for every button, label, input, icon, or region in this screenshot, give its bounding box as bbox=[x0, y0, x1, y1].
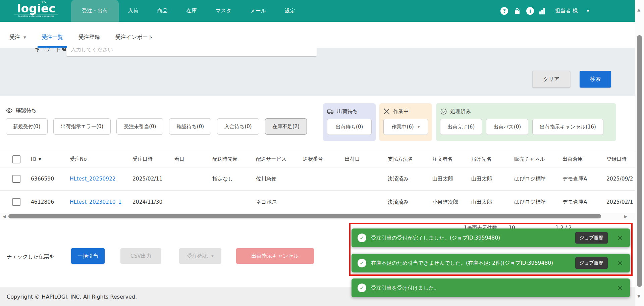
column-header-tracking-no[interactable]: 送状番号 bbox=[300, 156, 340, 162]
scroll-up-icon[interactable]: ▲ bbox=[637, 7, 640, 12]
check-circle-icon bbox=[440, 108, 447, 115]
eye-icon bbox=[6, 107, 13, 114]
csv-export-button[interactable]: CSV出力 bbox=[120, 248, 161, 264]
filter-buttons: 新規受付(0) 出荷指示エラー(0) 受注未引当(0) 確認待ち(0) 入金待ち… bbox=[6, 118, 307, 135]
column-header-delivery-time[interactable]: 配送時間帯 bbox=[210, 156, 253, 162]
vertical-scrollbar: ▲ ▼ bbox=[635, 0, 644, 306]
vertical-scroll-thumb[interactable] bbox=[637, 35, 642, 287]
filter-button-new[interactable]: 新規受付(0) bbox=[6, 118, 48, 135]
nav-item-settings[interactable]: 設定 bbox=[275, 0, 305, 22]
top-navbar: logiec logistics enterprise connector 受注… bbox=[0, 0, 644, 22]
select-all-checkbox[interactable] bbox=[12, 155, 20, 163]
filter-button-unallocated[interactable]: 受注未引当(0) bbox=[116, 118, 163, 135]
toast-stock-shortage: ✓ 在庫不足のため引当できませんでした。(在庫不足: 2件)(ジョブID:395… bbox=[352, 254, 630, 272]
help-icon[interactable]: ? bbox=[500, 7, 508, 15]
scroll-right-icon[interactable]: ▶ bbox=[624, 214, 627, 219]
column-header-order-no[interactable]: 受注No bbox=[65, 156, 127, 162]
column-header-order-date[interactable]: 受注日時 bbox=[127, 156, 169, 162]
sort-desc-icon: ▼ bbox=[39, 157, 41, 161]
filter-group-processed: 処理済み 出荷完了(6) 出荷パス(0) 出荷指示キャンセル(16) bbox=[436, 103, 616, 141]
cell-channel: はぴロジ標準 bbox=[512, 175, 558, 183]
column-header-ship-date[interactable]: 出荷日 bbox=[340, 156, 384, 162]
tab-order-import[interactable]: 受注インポート bbox=[115, 27, 154, 48]
table-header: ID ▼ 受注No 受注日時 着日 配送時間帯 配送サービス 送状番号 出荷日 … bbox=[0, 151, 644, 167]
column-header-warehouse[interactable]: 出荷倉庫 bbox=[558, 156, 602, 162]
column-header-payment[interactable]: 支払方法名 bbox=[384, 156, 429, 162]
nav-item-master[interactable]: マスタ bbox=[206, 0, 241, 22]
user-menu[interactable]: 担当者 様 bbox=[555, 7, 578, 14]
horizontal-scroll-thumb[interactable] bbox=[8, 214, 601, 218]
filter-group-title: 作業中 bbox=[383, 108, 428, 115]
filter-group-label: 作業中 bbox=[393, 108, 409, 115]
column-header-arrival-date[interactable]: 着日 bbox=[169, 156, 210, 162]
main-menu: 受注・出荷 入荷 商品 在庫 マスタ メール 設定 bbox=[71, 0, 305, 22]
filter-button-ship-pass[interactable]: 出荷パス(0) bbox=[486, 119, 528, 135]
info-icon[interactable]: i bbox=[526, 7, 534, 15]
cell-delivery-time: 指定なし bbox=[210, 175, 253, 183]
clear-button[interactable]: クリア bbox=[532, 71, 570, 88]
column-header-orderer[interactable]: 注文者名 bbox=[429, 156, 468, 162]
column-header-recipient[interactable]: 届け先名 bbox=[468, 156, 512, 162]
batch-allocate-button[interactable]: 一括引当 bbox=[71, 248, 105, 264]
filter-group-title: 処理済み bbox=[440, 108, 612, 115]
filter-button-ship-error[interactable]: 出荷指示エラー(0) bbox=[53, 118, 111, 135]
filter-group-working: 作業中 作業中(6) ▼ bbox=[379, 103, 432, 141]
order-dropdown-label: 受注 bbox=[9, 34, 20, 41]
filter-button-confirm-waiting[interactable]: 確認待ち(0) bbox=[169, 118, 211, 135]
search-button[interactable]: 検索 bbox=[580, 71, 611, 88]
nav-item-inventory[interactable]: 在庫 bbox=[177, 0, 206, 22]
nav-item-orders[interactable]: 受注・出荷 bbox=[71, 0, 119, 22]
cell-delivery-service: ネコポス bbox=[253, 199, 300, 206]
logo[interactable]: logiec logistics enterprise connector bbox=[14, 2, 58, 17]
column-header-delivery-service[interactable]: 配送サービス bbox=[253, 156, 300, 162]
order-link[interactable]: HLtest_20230210_1 bbox=[70, 199, 121, 205]
filter-button-ship-cancel[interactable]: 出荷指示キャンセル(16) bbox=[532, 119, 603, 135]
nav-item-products[interactable]: 商品 bbox=[148, 0, 177, 22]
job-history-button[interactable]: ジョブ履歴 bbox=[575, 232, 608, 244]
scroll-left-icon[interactable]: ◀ bbox=[3, 214, 6, 219]
filter-group-label: 出荷待ち bbox=[337, 108, 358, 115]
filter-group-title: 出荷待ち bbox=[327, 108, 372, 115]
tab-order-register[interactable]: 受注登録 bbox=[78, 27, 100, 48]
scroll-down-icon[interactable]: ▼ bbox=[637, 294, 640, 299]
user-caret-down-icon[interactable]: ▼ bbox=[587, 9, 589, 13]
order-section-dropdown[interactable]: 受注 ▼ bbox=[9, 27, 26, 48]
filter-button-payment-waiting[interactable]: 入金待ち(0) bbox=[217, 118, 259, 135]
toast-allocation-received: ✓ 受注引当を受け付けました。 × bbox=[352, 278, 630, 297]
orders-table: ID ▼ 受注No 受注日時 着日 配送時間帯 配送サービス 送状番号 出荷日 … bbox=[0, 151, 644, 214]
keyword-input[interactable] bbox=[66, 48, 317, 57]
filter-button-label: 作業中(6) bbox=[391, 124, 414, 130]
cell-order-date: 2025/02/11 bbox=[127, 176, 169, 182]
cell-orderer: 小泉進次郎 bbox=[429, 199, 468, 206]
nav-item-mail[interactable]: メール bbox=[241, 0, 275, 22]
cell-id: 4612806 bbox=[25, 199, 65, 205]
nav-item-inbound[interactable]: 入荷 bbox=[119, 0, 148, 22]
filter-group-label: 確認待ち bbox=[16, 107, 37, 114]
tab-order-list[interactable]: 受注一覧 bbox=[42, 27, 63, 48]
order-link[interactable]: HLtest_20250922 bbox=[70, 176, 116, 182]
bag-icon[interactable] bbox=[514, 7, 521, 15]
close-icon[interactable]: × bbox=[616, 234, 624, 242]
cell-channel: はぴロジ標準 bbox=[512, 199, 558, 206]
filter-button-ship-complete[interactable]: 出荷完了(6) bbox=[440, 119, 482, 135]
order-confirm-button[interactable]: 受注確認 ▼ bbox=[179, 248, 221, 264]
cell-warehouse: デモ倉庫A bbox=[558, 175, 602, 183]
row-checkbox[interactable] bbox=[12, 198, 20, 206]
close-icon[interactable]: × bbox=[616, 259, 624, 267]
filter-button-ship-waiting[interactable]: 出荷待ち(0) bbox=[327, 119, 372, 135]
stats-icon[interactable] bbox=[539, 8, 545, 14]
table-row: 4612806 HLtest_20230210_1 2024/11/30 ネコポ… bbox=[0, 191, 644, 214]
cancel-shipping-button[interactable]: 出荷指示キャンセル bbox=[236, 248, 314, 264]
caret-down-icon: ▼ bbox=[23, 36, 26, 39]
cell-recipient: 山田太郎 bbox=[468, 175, 512, 183]
job-history-button[interactable]: ジョブ履歴 bbox=[575, 257, 608, 269]
filter-button-stock-shortage[interactable]: 在庫不足(2) bbox=[265, 118, 307, 135]
column-header-id[interactable]: ID ▼ bbox=[25, 156, 65, 162]
caret-down-icon: ▼ bbox=[211, 254, 214, 258]
close-icon[interactable]: × bbox=[616, 284, 624, 292]
cell-recipient: 山田太郎 bbox=[468, 199, 512, 206]
table-row: 6366590 HLtest_20250922 2025/02/11 指定なし … bbox=[0, 167, 644, 191]
filter-button-working[interactable]: 作業中(6) ▼ bbox=[383, 119, 428, 135]
row-checkbox[interactable] bbox=[12, 175, 20, 183]
column-header-channel[interactable]: 販売チャネル bbox=[512, 156, 558, 162]
